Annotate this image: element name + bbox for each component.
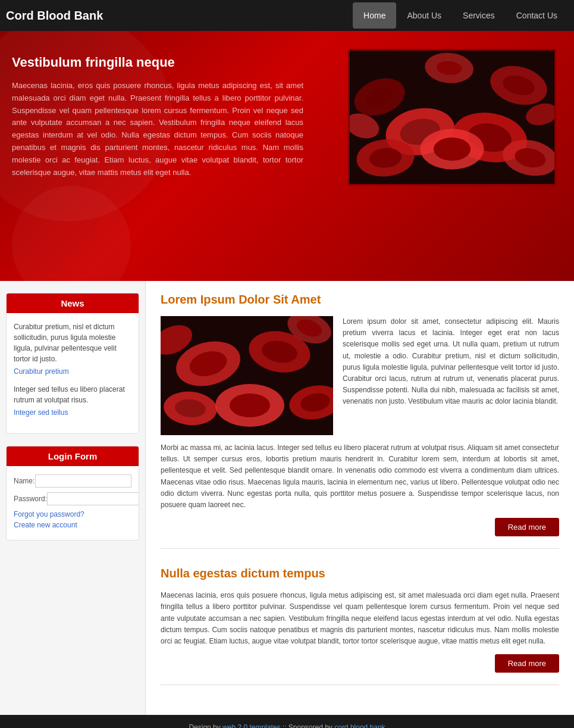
password-input[interactable] bbox=[47, 492, 139, 505]
hero-section: Vestibulum fringilla neque Maecenas laci… bbox=[0, 31, 574, 281]
article-1: Lorem Ipsum Dolor Sit Amet bbox=[161, 293, 559, 549]
news-content: Curabitur pretium, nisl et dictum sollic… bbox=[7, 313, 139, 433]
main-nav: Home About Us Services Contact Us bbox=[353, 2, 568, 29]
name-row: Name: bbox=[14, 474, 131, 488]
article-1-body-flex: Lorem ipsum dolor sit amet, consectetur … bbox=[161, 316, 559, 435]
hero-image bbox=[348, 49, 556, 186]
footer-link-1[interactable]: web 2.0 templates bbox=[222, 723, 280, 728]
login-content: Name: Password: Forgot you password? Cre… bbox=[7, 466, 139, 540]
news-box: News Curabitur pretium, nisl et dictum s… bbox=[6, 293, 139, 434]
article-1-read-more-btn[interactable]: Read more bbox=[495, 518, 559, 536]
login-title: Login Form bbox=[7, 446, 139, 466]
article-2-title: Nulla egestas dictum tempus bbox=[161, 567, 559, 580]
news-item-1-text: Curabitur pretium, nisl et dictum sollic… bbox=[14, 321, 131, 364]
main-section: News Curabitur pretium, nisl et dictum s… bbox=[0, 281, 574, 715]
nav-about[interactable]: About Us bbox=[396, 2, 452, 29]
password-row: Password: bbox=[14, 492, 131, 505]
news-title: News bbox=[7, 293, 139, 313]
article-1-full: Morbi ac massa mi, ac lacinia lacus. Int… bbox=[161, 442, 559, 511]
svg-point-27 bbox=[230, 393, 270, 417]
hero-content: Vestibulum fringilla neque Maecenas laci… bbox=[12, 55, 303, 179]
article-2-read-more-btn[interactable]: Read more bbox=[495, 654, 559, 673]
article-2-read-more-wrap: Read more bbox=[161, 654, 559, 673]
article-2: Nulla egestas dictum tempus Maecenas lac… bbox=[161, 567, 559, 685]
site-title: Cord Blood Bank bbox=[6, 9, 353, 23]
create-account-link[interactable]: Create new account bbox=[14, 521, 131, 529]
article-1-intro: Lorem ipsum dolor sit amet, consectetur … bbox=[343, 316, 559, 435]
footer-text-before: Design by bbox=[189, 723, 222, 728]
nav-home[interactable]: Home bbox=[353, 2, 396, 29]
name-input[interactable] bbox=[35, 474, 131, 488]
hero-heading: Vestibulum fringilla neque bbox=[12, 55, 303, 70]
header: Cord Blood Bank Home About Us Services C… bbox=[0, 0, 574, 31]
article-2-full: Maecenas lacinia, eros quis posuere rhon… bbox=[161, 590, 559, 647]
sidebar: News Curabitur pretium, nisl et dictum s… bbox=[0, 281, 146, 715]
name-label: Name: bbox=[14, 477, 35, 485]
footer-link-2[interactable]: cord blood bank bbox=[334, 723, 385, 728]
footer: Design by web 2.0 templates :: Sponsored… bbox=[0, 715, 574, 728]
hero-body: Maecenas lacinia, eros quis posuere rhon… bbox=[12, 80, 303, 179]
nav-services[interactable]: Services bbox=[452, 2, 506, 29]
news-item-2-link[interactable]: Integer sed tellus bbox=[14, 408, 68, 417]
news-item-2: Integer sed tellus eu libero placerat ru… bbox=[14, 384, 131, 417]
article-1-image bbox=[161, 316, 333, 435]
article-1-read-more-wrap: Read more bbox=[161, 518, 559, 536]
content-area: Lorem Ipsum Dolor Sit Amet bbox=[146, 281, 574, 715]
svg-point-16 bbox=[434, 138, 471, 161]
news-item-1-link[interactable]: Curabitur pretium bbox=[14, 367, 69, 376]
password-label: Password: bbox=[14, 495, 47, 503]
article-1-title: Lorem Ipsum Dolor Sit Amet bbox=[161, 293, 559, 307]
footer-text-middle: :: Sponsored by bbox=[280, 723, 334, 728]
news-item-1: Curabitur pretium, nisl et dictum sollic… bbox=[14, 321, 131, 376]
nav-contact[interactable]: Contact Us bbox=[506, 2, 568, 29]
login-box: Login Form Name: Password: Forgot you pa… bbox=[6, 446, 139, 540]
news-item-2-text: Integer sed tellus eu libero placerat ru… bbox=[14, 384, 131, 405]
login-links: Forgot you password? Create new account bbox=[14, 510, 131, 529]
forgot-password-link[interactable]: Forgot you password? bbox=[14, 510, 131, 518]
